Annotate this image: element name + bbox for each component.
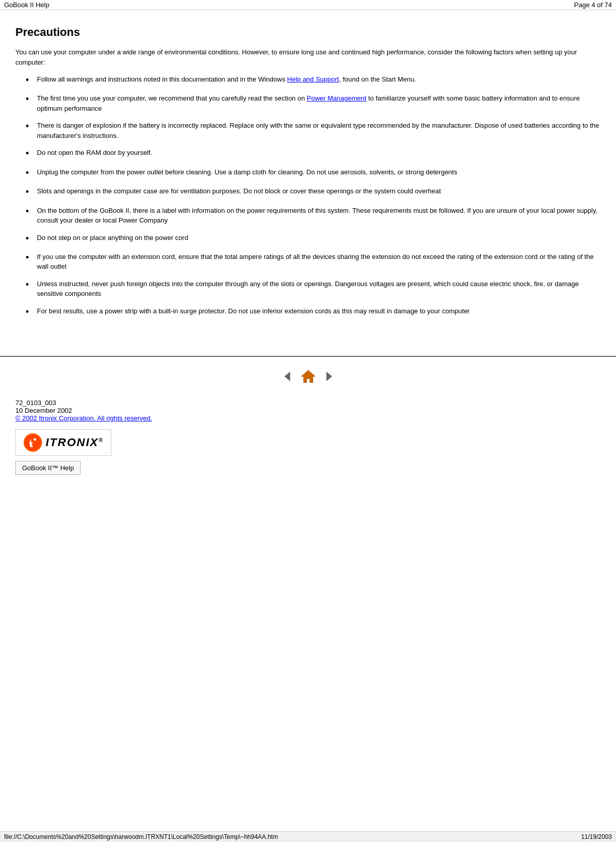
- doc-id: 72_0103_003: [15, 399, 601, 407]
- list-item-text: Unplug the computer from the power outle…: [37, 167, 601, 177]
- list-item: • The first time you use your computer, …: [26, 93, 601, 113]
- footer-date: 10 December 2002: [15, 407, 601, 414]
- bullet-icon: •: [26, 279, 34, 291]
- list-item-text: There is danger of explosion if the batt…: [37, 121, 601, 141]
- main-content: Precautions You can use your computer un…: [0, 10, 616, 335]
- list-item: • Do not step on or place anything on th…: [26, 233, 601, 245]
- list-item: • There is danger of explosion if the ba…: [26, 121, 601, 141]
- footer-gobook-label: GoBook II™ Help: [15, 461, 601, 475]
- bullet-icon: •: [26, 74, 34, 86]
- list-item: • Follow all warnings and instructions n…: [26, 74, 601, 86]
- bullet-icon: •: [26, 121, 34, 132]
- intro-paragraph: You can use your computer under a wide r…: [15, 47, 601, 67]
- power-management-link[interactable]: Power Management: [307, 94, 366, 102]
- home-icon: [301, 369, 316, 384]
- prev-button[interactable]: [280, 368, 296, 385]
- list-item-text: On the bottom of the GoBook II, there is…: [37, 206, 601, 226]
- bullet-icon: •: [26, 186, 34, 198]
- app-title: GoBook II Help: [4, 1, 49, 9]
- svg-marker-1: [301, 370, 315, 383]
- list-item-text: Do not open the RAM door by yourself.: [37, 148, 601, 158]
- copyright-link[interactable]: © 2002 Itronix Corporation. All rights r…: [15, 414, 152, 422]
- footer-copyright: © 2002 Itronix Corporation. All rights r…: [15, 414, 601, 422]
- list-item-text: If you use the computer with an extensio…: [37, 252, 601, 272]
- list-item: • Do not open the RAM door by yourself.: [26, 148, 601, 159]
- itronix-logo-wrapper: ITRONIX®: [15, 429, 111, 456]
- bullet-icon: •: [26, 252, 34, 264]
- list-item: • Slots and openings in the computer cas…: [26, 186, 601, 198]
- status-bar: file://C:\Documents%20and%20Settings\har…: [0, 831, 616, 842]
- gobook-footer-bar: GoBook II™ Help: [15, 461, 81, 475]
- list-item-text: Do not step on or place anything on the …: [37, 233, 601, 243]
- nav-arrows-container: [0, 357, 616, 391]
- bullet-icon: •: [26, 93, 34, 105]
- list-item: • On the bottom of the GoBook II, there …: [26, 206, 601, 226]
- list-item-text: Follow all warnings and instructions not…: [37, 74, 601, 85]
- list-item-text: Slots and openings in the computer case …: [37, 186, 601, 196]
- bullet-list: • Follow all warnings and instructions n…: [15, 74, 601, 318]
- itronix-logo-icon: [23, 433, 43, 452]
- svg-point-5: [34, 438, 36, 441]
- svg-marker-0: [284, 372, 290, 382]
- home-button[interactable]: [299, 367, 317, 386]
- bottom-nav-divider: [0, 356, 616, 391]
- next-button[interactable]: [321, 368, 337, 385]
- list-item: • Unplug the computer from the power out…: [26, 167, 601, 179]
- bullet-icon: •: [26, 167, 34, 179]
- bullet-icon: •: [26, 306, 34, 318]
- next-arrow-icon: [322, 369, 336, 384]
- list-item: • If you use the computer with an extens…: [26, 252, 601, 272]
- list-item-text: Unless instructed, never push foreign ob…: [37, 279, 601, 299]
- file-path: file://C:\Documents%20and%20Settings\har…: [4, 833, 278, 840]
- list-item: • For best results, use a power strip wi…: [26, 306, 601, 318]
- list-item-text: For best results, use a power strip with…: [37, 306, 601, 316]
- list-item: • Unless instructed, never push foreign …: [26, 279, 601, 299]
- page-info: Page 4 of 74: [574, 1, 612, 9]
- top-bar: GoBook II Help Page 4 of 74: [0, 0, 616, 10]
- timestamp: 11/19/2003: [581, 833, 612, 840]
- svg-point-4: [25, 434, 41, 451]
- itronix-logo-text: ITRONIX®: [46, 436, 104, 449]
- list-item-text: The first time you use your computer, we…: [37, 93, 601, 113]
- prev-arrow-icon: [281, 369, 295, 384]
- footer-block: 72_0103_003 10 December 2002 © 2002 Itro…: [0, 391, 616, 480]
- bullet-icon: •: [26, 206, 34, 217]
- help-support-link[interactable]: Help and Support: [287, 75, 339, 83]
- bullet-icon: •: [26, 148, 34, 159]
- svg-marker-2: [326, 372, 332, 382]
- bullet-icon: •: [26, 233, 34, 245]
- page-heading: Precautions: [15, 26, 601, 39]
